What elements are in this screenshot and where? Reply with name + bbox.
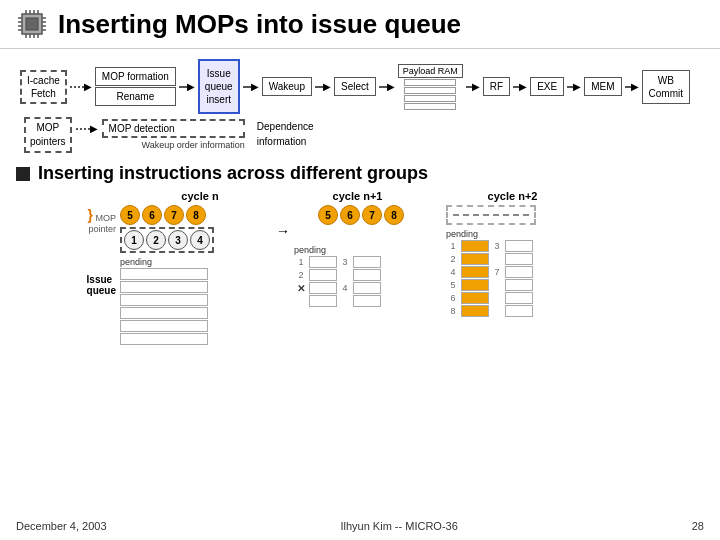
num-8-top: 8 — [186, 205, 206, 225]
num-6-top: 6 — [142, 205, 162, 225]
icache-fetch-box: I-cache Fetch — [20, 70, 67, 104]
cycle-diagram: cycle n cycle n+1 cycle n+2 } MOP pointe… — [0, 188, 720, 347]
page-title: Inserting MOPs into issue queue — [58, 9, 461, 40]
cycle-n1-header: cycle n+1 — [280, 190, 435, 202]
footer: December 4, 2003 Ilhyun Kim -- MICRO-36 … — [0, 520, 720, 532]
exe-box: EXE — [530, 77, 564, 96]
pipeline-area: I-cache Fetch ▶ MOP formation Rename ▶ — [0, 49, 720, 157]
rf-box: RF — [483, 77, 510, 96]
pending-n2: pending — [446, 229, 594, 239]
footer-author: Ilhyun Kim -- MICRO-36 — [340, 520, 457, 532]
pending-n1: pending — [294, 245, 442, 255]
num-1: 1 — [124, 230, 144, 250]
issue-queue-insert-box: Issue queue insert — [198, 59, 240, 114]
mop-detection-box: MOP detection — [102, 119, 245, 138]
cycle-n2-header: cycle n+2 — [435, 190, 590, 202]
footer-date: December 4, 2003 — [16, 520, 107, 532]
num-6-n1: 6 — [340, 205, 360, 225]
header-icon — [16, 8, 48, 40]
mem-box: MEM — [584, 77, 621, 96]
svg-rect-1 — [26, 18, 38, 30]
num-7-n1: 7 — [362, 205, 382, 225]
num-8-n1: 8 — [384, 205, 404, 225]
num-4: 4 — [190, 230, 210, 250]
mop-formation-box: MOP formation — [95, 67, 176, 86]
header: Inserting MOPs into issue queue — [0, 0, 720, 49]
num-3: 3 — [168, 230, 188, 250]
num-7-top: 7 — [164, 205, 184, 225]
footer-page: 28 — [692, 520, 704, 532]
num-2: 2 — [146, 230, 166, 250]
wb-commit-box: WB Commit — [642, 70, 690, 104]
wakeup-order-label: Wakeup order information — [142, 140, 245, 150]
cycle-n-header: cycle n — [120, 190, 280, 202]
num-5-n1: 5 — [318, 205, 338, 225]
wakeup-box: Wakeup — [262, 77, 312, 96]
issue-queue-side-label: Issuequeue — [87, 274, 116, 296]
select-box: Select — [334, 77, 376, 96]
bullet-icon — [16, 167, 30, 181]
dependence-info: Dependence information — [257, 119, 314, 149]
num-5-top: 5 — [120, 205, 140, 225]
bullet-text: Inserting instructions across different … — [38, 163, 428, 184]
payload-ram-box: Payload RAM — [398, 64, 463, 78]
mop-pointers-label: MOP pointers — [24, 117, 72, 153]
cycle-n1-column: 5 6 7 8 pending 1 3 2 — [294, 205, 442, 307]
cycle-n2-column: pending 1 3 2 4 7 — [446, 205, 594, 317]
rename-box: Rename — [95, 87, 176, 106]
cycle-n-column: 5 6 7 8 1 2 3 4 pending — [120, 205, 272, 345]
mop-pointer-side-label: } MOP pointer — [88, 207, 116, 234]
bullet-section: Inserting instructions across different … — [0, 157, 720, 188]
pending-n: pending — [120, 257, 272, 267]
